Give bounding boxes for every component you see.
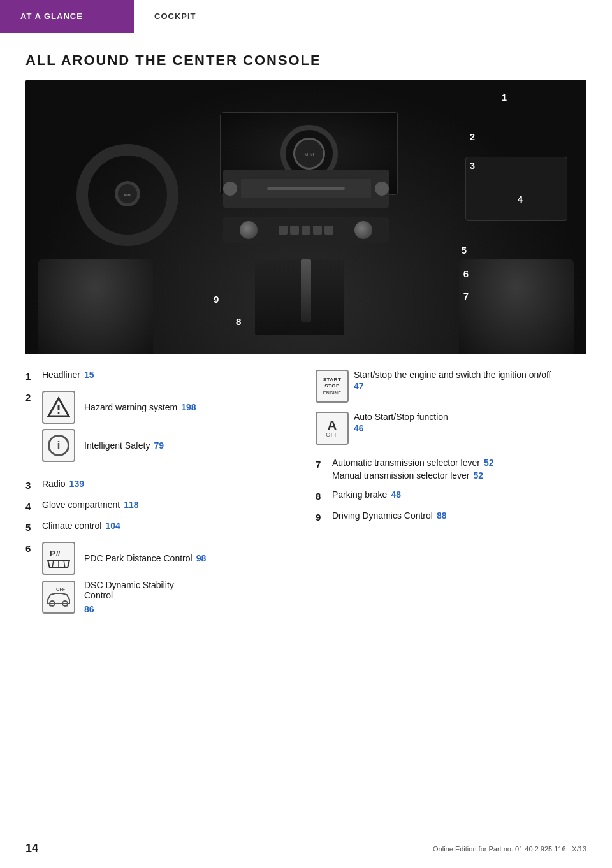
- intelligent-safety-icon: i: [48, 435, 69, 456]
- seat-left: [38, 259, 153, 354]
- seat-right: [459, 259, 574, 354]
- start-stop-text: Start/stop the engine and switch the ign…: [354, 370, 551, 391]
- auto-off-icon: OFF: [326, 431, 339, 438]
- dash-label-1: 1: [502, 92, 507, 103]
- radio-panel: [223, 170, 389, 208]
- item-7-manual: Manual transmission selector lever 52: [332, 470, 493, 481]
- dsc-icon-box: OFF: [42, 581, 75, 614]
- item-5-label: Climate control: [42, 521, 101, 531]
- svg-text:OFF: OFF: [56, 587, 66, 591]
- item-2-hazard-label: Hazard warning system: [84, 402, 177, 412]
- item-2-number: 2: [26, 392, 37, 403]
- safety-icon-box: i: [42, 429, 75, 462]
- item-7: 7 Automatic transmission selector lever …: [316, 458, 586, 481]
- item-7-auto: Automatic transmission selector lever 52: [332, 458, 493, 468]
- item-1: 1 Headliner 15: [26, 370, 296, 382]
- stop-label: STOP: [324, 383, 340, 389]
- item-2-icons-block: Hazard warning system 198 i Intelligent …: [42, 391, 196, 470]
- tab-at-a-glance[interactable]: AT A GLANCE: [0, 0, 134, 33]
- item-9: 9 Driving Dynamics Control 88: [316, 510, 586, 523]
- auto-stop-label: Auto Start/Stop function: [354, 412, 448, 422]
- svg-text:P: P: [50, 549, 55, 558]
- page-content: ALL AROUND THE CENTER CONSOLE MINI: [0, 33, 612, 669]
- item-3: 3 Radio 139: [26, 479, 296, 491]
- item-8-page: 48: [391, 489, 401, 500]
- engine-label: ENGINE: [323, 390, 342, 396]
- dsc-icon: OFF: [45, 586, 72, 609]
- svg-text:MINI: MINI: [124, 193, 132, 197]
- dash-label-9: 9: [214, 294, 219, 305]
- item-7-manual-label: Manual transmission selector lever: [332, 470, 470, 481]
- item-4-label: Glove compartment: [42, 500, 120, 510]
- steering-hub: MINI: [115, 181, 140, 206]
- item-9-number: 9: [316, 512, 327, 523]
- item-4-number: 4: [26, 501, 37, 512]
- item-2-hazard-page: 198: [181, 402, 196, 412]
- footer-text: Online Edition for Part no. 01 40 2 925 …: [433, 845, 586, 853]
- start-stop-label: Start/stop the engine and switch the ign…: [354, 370, 551, 380]
- item-1-number: 1: [26, 371, 37, 382]
- tab-cockpit[interactable]: COCKPIT: [134, 0, 217, 33]
- svg-line-10: [64, 560, 65, 568]
- page-footer: 14 Online Edition for Part no. 01 40 2 9…: [0, 842, 612, 855]
- item-8-number: 8: [316, 491, 327, 502]
- item-7-number: 7: [316, 459, 327, 470]
- item-2: 2 Hazard warning system: [26, 391, 296, 470]
- dash-label-6: 6: [463, 268, 469, 279]
- page-number: 14: [26, 842, 38, 855]
- item-5-content: Climate control 104: [42, 521, 120, 531]
- item-6-dsc: OFF DSC Dynamic Stability Control 86: [42, 580, 206, 614]
- item-1-content: Headliner 15: [42, 370, 94, 380]
- dash-label-2: 2: [470, 131, 475, 142]
- dash-label-5: 5: [462, 245, 467, 256]
- item-start-stop: START STOP ENGINE Start/stop the engine …: [316, 370, 586, 403]
- header: AT A GLANCE COCKPIT: [0, 0, 612, 33]
- item-7-auto-page: 52: [484, 458, 494, 468]
- dash-label-8: 8: [236, 316, 241, 327]
- item-3-page: 139: [69, 479, 84, 489]
- item-auto-stop: A OFF Auto Start/Stop function 46: [316, 412, 586, 445]
- dash-label-3: 3: [470, 160, 475, 171]
- item-8: 8 Parking brake 48: [316, 489, 586, 502]
- item-4: 4 Glove compartment 118: [26, 500, 296, 512]
- svg-line-8: [52, 560, 54, 568]
- item-4-content: Glove compartment 118: [42, 500, 139, 510]
- item-3-number: 3: [26, 480, 37, 491]
- pdc-icon: P //: [46, 545, 71, 572]
- item-6-page: 98: [196, 553, 207, 563]
- item-4-page: 118: [124, 500, 138, 510]
- item-3-label: Radio: [42, 479, 66, 489]
- item-5-number: 5: [26, 522, 37, 533]
- auto-stop-text: Auto Start/Stop function 46: [354, 412, 448, 433]
- item-8-content: Parking brake 48: [332, 489, 401, 500]
- item-6b-label: DSC Dynamic Stability Control: [84, 580, 199, 600]
- item-6: 6 P //: [26, 542, 296, 622]
- auto-stop-icon-box: A OFF: [316, 412, 349, 445]
- item-2b-label: Intelligent Safety: [84, 440, 150, 451]
- ac-panel: [223, 217, 389, 243]
- items-container: 1 Headliner 15 2: [26, 370, 586, 631]
- item-1-label: Headliner: [42, 370, 80, 380]
- svg-text://: //: [56, 550, 60, 558]
- item-6b-page: 86: [84, 604, 94, 614]
- item-7-block: Automatic transmission selector lever 52…: [332, 458, 493, 481]
- item-2b-page: 79: [154, 440, 164, 451]
- item-6-pdc: P // PDC Park Distance Control: [42, 542, 206, 575]
- item-7-auto-label: Automatic transmission selector lever: [332, 458, 480, 468]
- item-8-label: Parking brake: [332, 489, 387, 500]
- hazard-icon-box: [42, 391, 75, 424]
- hazard-triangle-icon: [47, 396, 70, 419]
- item-2-safety: i Intelligent Safety 79: [42, 429, 196, 462]
- item-2-hazard: Hazard warning system 198: [42, 391, 196, 424]
- start-label: START: [323, 377, 342, 383]
- page-title: ALL AROUND THE CENTER CONSOLE: [26, 52, 586, 69]
- item-9-content: Driving Dynamics Control 88: [332, 510, 447, 521]
- item-3-content: Radio 139: [42, 479, 84, 489]
- gear-stick: [301, 259, 311, 322]
- pdc-icon-box: P //: [42, 542, 75, 575]
- auto-stop-page: 46: [354, 423, 448, 433]
- item-9-label: Driving Dynamics Control: [332, 510, 433, 521]
- item-5: 5 Climate control 104: [26, 521, 296, 533]
- items-left: 1 Headliner 15 2: [26, 370, 296, 631]
- item-6-block: P // PDC Park Distance Control: [42, 542, 206, 622]
